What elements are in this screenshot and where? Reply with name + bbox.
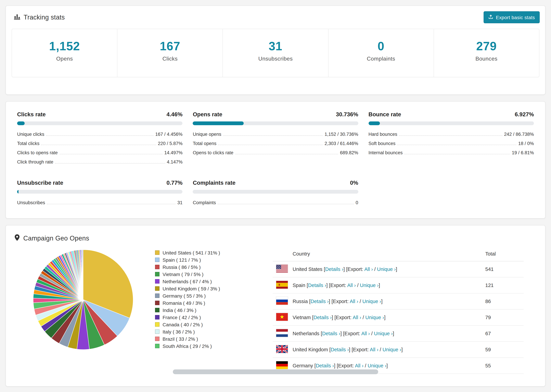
legend-label: Vietnam ( 79 / 5% ) [162, 271, 204, 277]
export-all-link[interactable]: All › [364, 266, 373, 272]
bar-chart-icon [14, 14, 20, 21]
export-unique-link[interactable]: Unique › [362, 299, 381, 304]
export-all-link[interactable]: All › [361, 331, 370, 336]
country-name: Russia [293, 299, 308, 304]
export-basic-stats-button[interactable]: Export basic stats [484, 11, 540, 23]
legend-item: Spain ( 121 / 7% ) [155, 256, 268, 263]
tracking-stats-header: Tracking stats Export basic stats [6, 6, 545, 23]
rate-head: Opens rate 30.736% [193, 111, 358, 118]
export-all-link[interactable]: All › [355, 363, 363, 368]
export-all-link[interactable]: All › [347, 283, 356, 288]
export-unique-link[interactable]: Unique › [377, 266, 396, 272]
details-link[interactable]: Details › [322, 331, 340, 336]
rate-block: Opens rate 30.736% Unique opens 1,152 / … [193, 111, 358, 167]
table-row: Spain [Details ›] [Export: All › / Uniqu… [273, 277, 524, 293]
geo-pie-chart [11, 248, 155, 374]
legend-label: Spain ( 121 / 7% ) [162, 257, 201, 263]
rate-metric-value: 220 / 5.87% [158, 141, 183, 146]
rate-rows: Unique clicks 167 / 4.456% Total clicks … [17, 130, 183, 167]
stat-label: Clicks [117, 56, 222, 62]
country-total: 541 [485, 261, 524, 277]
export-unique-link[interactable]: Unique › [374, 331, 393, 336]
export-unique-link[interactable]: Unique › [367, 363, 386, 368]
legend-label: India ( 46 / 3% ) [162, 307, 197, 313]
rate-block: Unsubscribe rate 0.77% Unsubscribes 31 [17, 180, 183, 207]
export-all-link[interactable]: All › [370, 347, 378, 352]
legend-color-swatch [155, 258, 160, 262]
rate-metric-value: 2,303 / 61.446% [325, 141, 358, 146]
export-all-link[interactable]: All › [350, 299, 358, 304]
export-all-link[interactable]: All › [353, 315, 361, 320]
geo-table-wrap: Country Total United States [Details ›] … [273, 248, 524, 374]
export-unique-link[interactable]: Unique › [365, 315, 384, 320]
legend-color-swatch [155, 301, 160, 305]
country-flag-icon [276, 329, 288, 337]
legend-label: United Kingdom ( 59 / 3% ) [162, 286, 220, 291]
details-link[interactable]: Details › [316, 363, 334, 368]
country-flag-icon [276, 265, 288, 273]
rate-progress-track [17, 121, 183, 125]
export-unique-link[interactable]: Unique › [383, 347, 402, 352]
rate-progress-fill [368, 121, 380, 125]
dotted-leader [218, 204, 354, 204]
stat-box: 1,152 Opens [12, 29, 117, 77]
stat-box: 279 Bounces [434, 29, 539, 77]
country-cell: Netherlands [Details ›] [Export: All › /… [293, 325, 485, 342]
stat-label: Bounces [434, 56, 539, 62]
legend-item: Vietnam ( 79 / 5% ) [155, 271, 268, 278]
rate-metric-label: Clicks to opens rate [17, 150, 58, 155]
rate-metric-label: Click through rate [17, 159, 53, 165]
legend-item: South Africa ( 29 / 2% ) [155, 343, 268, 350]
rate-progress-fill [17, 121, 24, 125]
legend-label: Romania ( 49 / 3% ) [162, 300, 205, 306]
geo-opens-table: Country Total United States [Details ›] … [273, 248, 524, 374]
legend-color-swatch [155, 344, 160, 348]
country-total: 59 [485, 342, 524, 358]
horizontal-scrollbar[interactable] [173, 369, 378, 374]
rate-metric-row: Click through rate 4.147% [17, 157, 183, 167]
country-flag-icon [276, 345, 288, 353]
rate-metric-value: 242 / 86.738% [504, 132, 534, 137]
country-cell: Spain [Details ›] [Export: All › / Uniqu… [293, 277, 485, 293]
rate-metric-value: 0 [356, 200, 358, 205]
export-unique-link[interactable]: Unique › [360, 283, 379, 288]
details-link[interactable]: Details › [308, 283, 326, 288]
dotted-leader [404, 154, 510, 154]
legend-color-swatch [155, 272, 160, 276]
legend-label: Russia ( 86 / 5% ) [162, 264, 201, 270]
rates-card: Clicks rate 4.46% Unique clicks 167 / 4.… [6, 101, 545, 219]
campaign-geo-opens-card: Campaign Geo Opens United States ( 541 /… [6, 225, 545, 386]
stat-value: 1,152 [12, 39, 117, 53]
rate-percent: 30.736% [336, 111, 358, 118]
legend-color-swatch [155, 286, 160, 291]
rate-metric-label: Total opens [193, 141, 216, 146]
legend-color-swatch [155, 279, 160, 284]
rate-metric-value: 1,152 / 30.736% [325, 132, 358, 137]
rate-metric-value: 4.147% [167, 159, 183, 165]
location-pin-icon [15, 234, 20, 242]
legend-label: Brazil ( 33 / 2% ) [162, 336, 198, 342]
stat-box: 167 Clicks [117, 29, 223, 77]
rate-metric-row: Unique opens 1,152 / 30.736% [193, 130, 358, 139]
legend-label: Germany ( 55 / 3% ) [162, 293, 206, 298]
details-link[interactable]: Details › [311, 299, 329, 304]
legend-color-swatch [155, 308, 160, 312]
legend-label: Italy ( 36 / 2% ) [162, 329, 195, 334]
dotted-leader [235, 154, 338, 154]
dotted-leader [397, 145, 517, 145]
dotted-leader [59, 154, 162, 154]
rate-block: Clicks rate 4.46% Unique clicks 167 / 4.… [17, 111, 183, 167]
details-link[interactable]: Details › [325, 266, 343, 272]
rate-percent: 0% [350, 180, 358, 186]
legend-color-swatch [155, 329, 160, 334]
geo-opens-header: Campaign Geo Opens [6, 225, 545, 244]
legend-item: United Kingdom ( 59 / 3% ) [155, 285, 268, 292]
legend-item: Italy ( 36 / 2% ) [155, 328, 268, 335]
rate-metric-label: Unsubscribes [17, 200, 45, 205]
details-link[interactable]: Details › [331, 347, 349, 352]
pie-chart-svg [32, 248, 134, 351]
rate-metric-value: 19 / 6.81% [512, 150, 534, 155]
country-name: Netherlands [293, 331, 319, 336]
details-link[interactable]: Details › [313, 315, 332, 320]
rate-metric-row: Opens to clicks rate 689.82% [193, 148, 358, 157]
